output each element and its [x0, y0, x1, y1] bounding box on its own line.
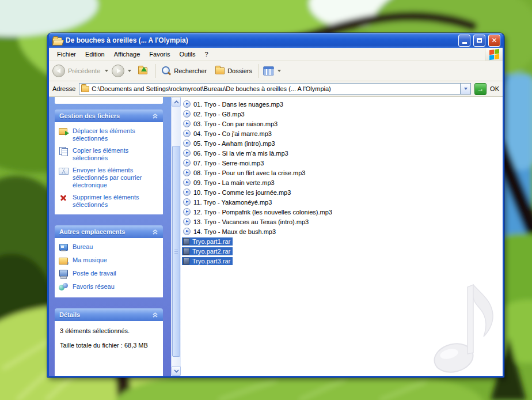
rar-file-icon	[183, 258, 189, 265]
media-file-icon	[183, 149, 191, 157]
file-row[interactable]: 05. Tryo - Awham (intro).mp3	[182, 138, 503, 148]
views-dropdown-icon[interactable]	[278, 70, 281, 72]
up-folder-button-icon[interactable]	[138, 67, 147, 74]
address-dropdown-button[interactable]	[460, 84, 470, 94]
file-row[interactable]: Tryo.part2.rar	[182, 246, 503, 256]
task-delete-items[interactable]: Supprimer les éléments sélectionnés	[59, 194, 159, 209]
folders-button-icon[interactable]	[215, 67, 225, 74]
link-favoris-reseau[interactable]: Favoris réseau	[59, 283, 159, 292]
file-row[interactable]: 13. Tryo - Vacances au Texas (intro).mp3	[182, 217, 503, 227]
maximize-button[interactable]	[473, 35, 485, 47]
folder-open-icon	[52, 36, 63, 44]
panel-title: Autres emplacements	[59, 228, 125, 235]
forward-dropdown-icon[interactable]	[128, 70, 131, 72]
scroll-down-icon[interactable]	[172, 366, 181, 376]
media-file-icon	[183, 100, 191, 108]
file-row-item[interactable]: 10. Tryo - Comme les journée.mp3	[182, 188, 293, 197]
file-row-item[interactable]: 08. Tryo - Pour un flirt avec la crise.m…	[182, 168, 307, 177]
scrollbar-track[interactable]	[172, 107, 181, 366]
file-row[interactable]: 09. Tryo - La main verte.mp3	[182, 178, 503, 187]
scroll-up-icon[interactable]	[172, 97, 181, 107]
titlebar[interactable]: De bouches à oreilles (... A l'Olympia) …	[49, 33, 503, 48]
forward-button-icon[interactable]	[112, 65, 124, 77]
file-row[interactable]: 08. Tryo - Pour un flirt avec la crise.m…	[182, 168, 503, 178]
back-button-icon[interactable]	[52, 65, 65, 77]
file-name: 03. Tryo - Con par raison.mp3	[193, 120, 278, 127]
network-places-icon	[59, 283, 69, 292]
panel-header[interactable]: Gestion des fichiers	[55, 110, 163, 122]
file-row[interactable]: 06. Tryo - Si la vie m'a mis là.mp3	[182, 148, 503, 158]
file-row-item[interactable]: 09. Tryo - La main verte.mp3	[182, 178, 277, 187]
file-row[interactable]: 12. Tryo - Pompafrik (les nouvelles colo…	[182, 207, 503, 217]
menu-affichage[interactable]: Affichage	[109, 49, 145, 59]
chevron-up-icon[interactable]	[152, 113, 158, 119]
folders-button-label[interactable]: Dossiers	[227, 67, 252, 74]
file-row-item[interactable]: 04. Tryo - Co j'ai marre.mp3	[182, 129, 274, 138]
rar-file-icon	[183, 238, 189, 245]
file-name: 07. Tryo - Serre-moi.mp3	[193, 160, 264, 167]
link-bureau[interactable]: Bureau	[59, 243, 159, 252]
close-button[interactable]: ✕	[488, 35, 500, 47]
file-row[interactable]: Tryo.part1.rar	[182, 236, 503, 246]
file-row[interactable]: 07. Tryo - Serre-moi.mp3	[182, 158, 503, 168]
taskpane-scrollbar[interactable]	[171, 97, 181, 376]
panel-details: Détails 3 éléments sélectionnés. Taille …	[55, 308, 163, 376]
file-row-item[interactable]: 02. Tryo - G8.mp3	[182, 110, 247, 118]
file-list[interactable]: 01. Tryo - Dans les nuages.mp302. Tryo -…	[181, 97, 503, 376]
menu-outils[interactable]: Outils	[174, 49, 200, 59]
panel-title: Gestion des fichiers	[59, 112, 120, 119]
desktop-icon	[59, 243, 69, 252]
task-copy-items[interactable]: Copier les éléments sélectionnés	[59, 147, 159, 162]
task-email-items[interactable]: Envoyer les éléments sélectionnés par co…	[59, 167, 159, 189]
minimize-button[interactable]	[458, 35, 470, 47]
menu-aide[interactable]: ?	[200, 49, 213, 59]
file-row[interactable]: 01. Tryo - Dans les nuages.mp3	[182, 99, 503, 109]
address-path[interactable]: C:\Documents and Settings\rockmyroot\Bur…	[92, 85, 460, 92]
views-button-icon[interactable]	[263, 66, 274, 76]
file-row-selected[interactable]: Tryo.part1.rar	[182, 237, 233, 246]
file-row-selected[interactable]: Tryo.part3.rar	[182, 257, 233, 265]
file-row[interactable]: 11. Tryo - Yakamonéyé.mp3	[182, 197, 503, 207]
scrollbar-thumb[interactable]	[172, 146, 180, 357]
file-row-item[interactable]: 07. Tryo - Serre-moi.mp3	[182, 159, 266, 167]
file-row[interactable]: 14. Tryo - Maux de bush.mp3	[182, 227, 503, 236]
menu-bar: Fichier Edition Affichage Favoris Outils…	[49, 48, 503, 61]
file-row-item[interactable]: 14. Tryo - Maux de bush.mp3	[182, 227, 278, 236]
media-file-icon	[183, 179, 191, 186]
back-button-label[interactable]: Précédente	[68, 67, 100, 74]
file-row[interactable]: 04. Tryo - Co j'ai marre.mp3	[182, 129, 503, 138]
menu-favoris[interactable]: Favoris	[145, 49, 174, 59]
file-list-rows: 01. Tryo - Dans les nuages.mp302. Tryo -…	[182, 99, 503, 266]
panel-header[interactable]: Autres emplacements	[55, 225, 163, 238]
panel-autres-emplacements: Autres emplacements Bureau ♪ Ma musique …	[55, 225, 163, 297]
file-row[interactable]: 03. Tryo - Con par raison.mp3	[182, 119, 503, 129]
file-row[interactable]: 02. Tryo - G8.mp3	[182, 109, 503, 119]
panel-header[interactable]: Détails	[55, 308, 163, 321]
menu-fichier[interactable]: Fichier	[52, 49, 81, 59]
task-move-items[interactable]: Déplacer les éléments sélectionnés	[59, 127, 159, 142]
link-ma-musique[interactable]: ♪ Ma musique	[59, 256, 159, 265]
file-row-selected[interactable]: Tryo.part2.rar	[182, 247, 233, 255]
go-button-label: OK	[490, 85, 499, 92]
chevron-up-icon[interactable]	[152, 229, 158, 235]
file-row[interactable]: Tryo.part3.rar	[182, 256, 503, 266]
menu-edition[interactable]: Edition	[81, 49, 109, 59]
go-button[interactable]: →	[474, 83, 487, 95]
my-music-icon: ♪	[59, 256, 69, 265]
chevron-up-icon[interactable]	[152, 312, 158, 318]
file-row[interactable]: 10. Tryo - Comme les journée.mp3	[182, 187, 503, 197]
file-row-item[interactable]: 11. Tryo - Yakamonéyé.mp3	[182, 198, 274, 206]
file-name: 09. Tryo - La main verte.mp3	[193, 179, 275, 186]
file-row-item[interactable]: 12. Tryo - Pompafrik (les nouvelles colo…	[182, 207, 335, 216]
window-title: De bouches à oreilles (... A l'Olympia)	[66, 36, 455, 44]
file-row-item[interactable]: 01. Tryo - Dans les nuages.mp3	[182, 100, 286, 108]
back-dropdown-icon[interactable]	[105, 70, 108, 72]
file-row-item[interactable]: 13. Tryo - Vacances au Texas (intro).mp3	[182, 217, 311, 226]
file-row-item[interactable]: 05. Tryo - Awham (intro).mp3	[182, 139, 278, 148]
link-poste-de-travail[interactable]: Poste de travail	[59, 270, 159, 278]
search-button-label[interactable]: Rechercher	[174, 67, 207, 74]
file-row-item[interactable]: 06. Tryo - Si la vie m'a mis là.mp3	[182, 149, 291, 157]
address-input[interactable]: C:\Documents and Settings\rockmyroot\Bur…	[79, 83, 471, 95]
search-icon[interactable]	[161, 66, 171, 76]
file-row-item[interactable]: 03. Tryo - Con par raison.mp3	[182, 119, 280, 128]
